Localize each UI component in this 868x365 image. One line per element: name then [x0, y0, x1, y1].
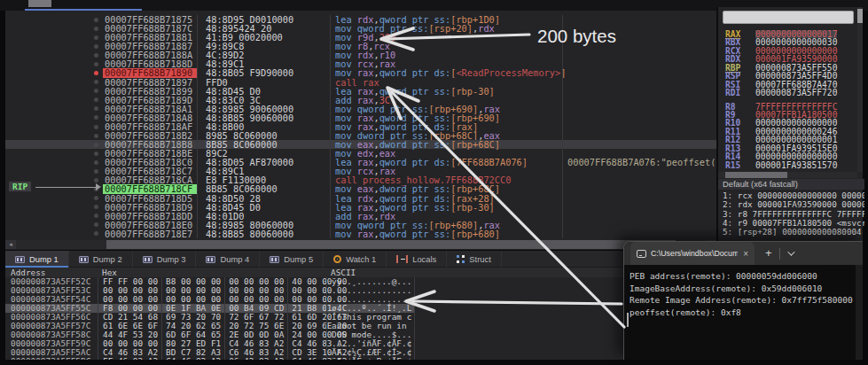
close-tab-icon[interactable]: × — [743, 249, 748, 259]
breakpoint-icon[interactable] — [94, 71, 98, 75]
terminal-output[interactable]: PEB address(remote): 00000059dd006000Ima… — [624, 265, 863, 360]
bp-dot-icon[interactable] — [94, 160, 98, 165]
dump-row[interactable]: 000000873A5FF5BCFF 46 83 A2C4 46 82 A206… — [5, 357, 414, 360]
bp-dot-icon[interactable] — [94, 231, 98, 236]
tab-label: Dump 4 — [220, 254, 249, 264]
tab-label: Dump 1 — [29, 254, 59, 264]
bp-dot-icon[interactable] — [94, 178, 98, 182]
dump-icon — [206, 256, 215, 263]
disasm-address: 00007FF688B718E7 — [103, 229, 197, 238]
bp-dot-icon[interactable] — [94, 196, 98, 200]
scroll-left-icon[interactable]: ◂ — [5, 240, 16, 249]
bp-dot-icon[interactable] — [94, 62, 98, 66]
terminal-scrollbar[interactable] — [856, 265, 863, 360]
terminal-window: C:\Users\windbox\Documen × + PEB address… — [623, 241, 863, 360]
dump-tab-bar: Dump 1Dump 2Dump 3Dump 4Dump 5Watch 1Loc… — [5, 251, 623, 268]
bp-dot-icon[interactable] — [94, 80, 98, 84]
bp-dot-icon[interactable] — [94, 44, 98, 49]
scrollbar-thumb[interactable] — [106, 240, 676, 249]
disasm-comment — [562, 184, 716, 193]
disasm-gutter — [5, 68, 103, 77]
bp-dot-icon[interactable] — [94, 151, 98, 156]
disasm-gutter — [5, 24, 103, 33]
bp-dot-icon[interactable] — [94, 143, 98, 147]
disasm-gutter — [5, 158, 103, 167]
bp-dot-icon[interactable] — [94, 134, 98, 138]
bp-dot-icon[interactable] — [94, 205, 98, 209]
disasm-row[interactable]: 00007FF688B718E748:8B85 80060000mov rax,… — [5, 229, 716, 238]
bp-dot-icon[interactable] — [94, 27, 98, 31]
tab-watch-1[interactable]: Watch 1 — [324, 251, 387, 268]
bp-dot-icon[interactable] — [94, 97, 98, 102]
register-row[interactable]: RDI000000873A5FF720 — [718, 89, 857, 97]
disasm-gutter — [5, 167, 103, 175]
terminal-cursor — [627, 313, 629, 327]
scrollbar-thumb[interactable] — [857, 9, 863, 23]
disasm-comment — [562, 78, 716, 87]
dump-icon — [143, 256, 152, 263]
bp-dot-icon[interactable] — [94, 115, 98, 120]
tab-label: Dump 2 — [93, 254, 122, 264]
tab-struct[interactable]: Struct — [447, 251, 502, 268]
tab-dump-2[interactable]: Dump 2 — [69, 251, 133, 268]
console-line: ImageBaseAddress(remote): 0x59dd006010 — [629, 283, 863, 295]
terminal-tab-bar: C:\Users\windbox\Documen × + — [624, 242, 863, 265]
bp-dot-icon[interactable] — [94, 53, 98, 58]
rip-label: RIP — [9, 182, 31, 191]
bp-dot-icon[interactable] — [94, 18, 98, 22]
tab-locals[interactable]: Locals — [387, 251, 447, 268]
disasm-gutter — [5, 42, 103, 50]
tab-label: Locals — [412, 254, 436, 264]
tab-dump-5[interactable]: Dump 5 — [260, 251, 324, 268]
registers-toolbar[interactable] — [723, 11, 854, 24]
console-line: PEB address(remote): 00000059dd006000 — [629, 270, 863, 283]
disasm-gutter — [5, 78, 103, 87]
dump-pane: Dump 1Dump 2Dump 3Dump 4Dump 5Watch 1Loc… — [5, 251, 623, 360]
bp-dot-icon[interactable] — [94, 214, 98, 218]
disasm-gutter — [5, 203, 103, 212]
new-tab-button[interactable]: + — [765, 242, 772, 265]
bp-dot-icon[interactable] — [94, 125, 98, 129]
disasm-gutter — [5, 105, 103, 113]
tab-dump-4[interactable]: Dump 4 — [196, 251, 260, 268]
tab-dump-1[interactable]: Dump 1 — [5, 251, 69, 268]
register-row[interactable]: R15000001FA93851570 — [718, 161, 857, 169]
disasm-comment — [562, 203, 716, 212]
disasm-comment — [562, 42, 716, 50]
rip-arrowhead-icon — [96, 183, 101, 190]
hex-column-header: Hex — [102, 268, 117, 277]
tab-dump-3[interactable]: Dump 3 — [133, 251, 197, 268]
disasm-comment — [562, 24, 716, 33]
registers-vertical-scrollbar[interactable] — [857, 7, 863, 172]
scrollbar-thumb[interactable] — [725, 172, 787, 178]
dump-column-headers: Address Hex ASCII — [5, 268, 623, 277]
chevron-down-icon[interactable] — [787, 248, 794, 255]
disasm-gutter — [5, 149, 103, 158]
registers-horizontal-scrollbar[interactable] — [718, 172, 857, 178]
tab-label: Dump 5 — [284, 254, 313, 264]
disasm-comment — [562, 33, 716, 42]
disasm-comment — [562, 59, 716, 68]
argument-row: 4: r9 00007FFB1A180500 <msvcrt.__pio — [718, 219, 864, 228]
disasm-comment — [562, 212, 716, 221]
bp-dot-icon[interactable] — [94, 89, 98, 93]
disasm-gutter — [5, 212, 103, 221]
tab-label: Struct — [469, 254, 491, 264]
disasm-gutter — [5, 221, 103, 229]
bp-dot-icon[interactable] — [94, 169, 98, 174]
disasm-comment — [562, 113, 716, 122]
bp-dot-icon[interactable] — [94, 106, 98, 111]
disasm-comment — [562, 221, 716, 229]
argument-row: 5: [rsp+28] 0000000000080004 0000000 — [718, 228, 864, 237]
disasm-gutter — [5, 194, 103, 203]
console-line: Remote Image Address(remote): 0x7ff75f58… — [629, 294, 863, 307]
register-name: R15 — [725, 161, 755, 169]
disasm-comment — [562, 96, 716, 105]
dump-ascii: ÿF.¢ÄF.¢.B.¢ÄF.¢ — [326, 357, 411, 360]
register-list: RAX0000000000000017RBX0000000000000030RC… — [718, 30, 857, 178]
disasm-horizontal-scrollbar[interactable]: ◂ ▸ — [5, 240, 716, 249]
bp-dot-icon[interactable] — [94, 222, 98, 227]
bp-dot-icon[interactable] — [94, 35, 98, 40]
terminal-tab[interactable]: C:\Users\windbox\Documen × — [630, 242, 755, 265]
disasm-bytes: 48:8B85 80060000 — [197, 229, 330, 238]
